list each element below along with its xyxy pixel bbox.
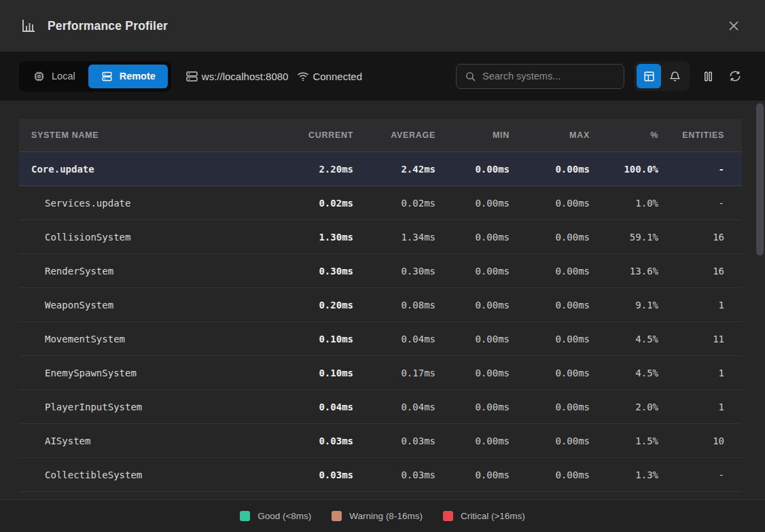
max-cell: 0.00ms [510,198,590,209]
column-header-current[interactable]: CURRENT [273,130,353,140]
table-row[interactable]: Core.update 2.20ms 2.42ms 0.00ms 0.00ms … [19,152,742,186]
table-row[interactable]: RenderSystem 0.30ms 0.30ms 0.00ms 0.00ms… [19,254,742,288]
average-cell: 0.04ms [353,402,435,412]
table-row[interactable]: PlayerInputSystem 0.04ms 0.04ms 0.00ms 0… [19,390,742,424]
system-name-cell: CollisionSystem [19,232,273,243]
local-mode-label: Local [52,71,75,82]
table-view-icon [643,70,656,83]
good-label: Good (<8ms) [257,511,311,521]
table-body: Core.update 2.20ms 2.42ms 0.00ms 0.00ms … [19,152,742,492]
websocket-url: ws://localhost:8080 [185,69,289,84]
min-cell: 0.00ms [435,198,510,209]
percent-cell: 1.3% [590,469,658,480]
min-cell: 0.00ms [435,469,510,480]
percent-cell: 13.6% [590,266,658,277]
min-cell: 0.00ms [435,232,510,243]
system-name-cell: WeaponSystem [19,300,273,311]
percent-cell: 9.1% [590,300,658,311]
table-row[interactable]: EnemySpawnSystem 0.10ms 0.17ms 0.00ms 0.… [19,356,742,390]
current-cell: 0.30ms [273,266,353,277]
good-swatch [240,511,250,521]
current-cell: 2.20ms [273,164,353,175]
entities-cell: 16 [658,266,742,277]
warning-swatch [332,511,342,521]
alerts-button[interactable] [662,64,687,88]
cpu-chip-icon [33,70,46,83]
system-name-cell: EnemySpawnSystem [19,368,273,378]
table-row[interactable]: Services.update 0.02ms 0.02ms 0.00ms 0.0… [19,186,742,220]
view-toggle-group [634,61,690,91]
column-header-average[interactable]: AVERAGE [353,130,435,140]
bell-icon [669,70,681,83]
entities-cell: - [658,469,742,480]
current-cell: 0.04ms [273,402,353,412]
average-cell: 0.03ms [353,436,435,446]
table-row[interactable]: MovementSystem 0.10ms 0.04ms 0.00ms 0.00… [19,322,742,356]
window-title: Performance Profiler [48,19,168,33]
server-icon [185,69,199,84]
system-name-cell: PlayerInputSystem [19,402,273,412]
legend-item-good: Good (<8ms) [240,511,311,521]
pause-icon [702,70,715,83]
system-name-cell: MovementSystem [19,334,273,344]
system-name-cell: Services.update [19,198,273,209]
percent-cell: 1.5% [590,436,658,446]
system-name-cell: RenderSystem [19,266,273,277]
percent-cell: 4.5% [590,368,658,378]
entities-cell: 10 [658,436,742,446]
system-name-cell: AISystem [19,436,273,446]
average-cell: 2.42ms [353,164,435,175]
current-cell: 0.03ms [273,436,353,446]
warning-label: Warning (8-16ms) [349,511,423,521]
legend-item-warning: Warning (8-16ms) [332,511,423,521]
entities-cell: - [658,198,742,209]
max-cell: 0.00ms [510,368,590,378]
vertical-scrollbar-thumb[interactable] [756,103,764,255]
search-input[interactable] [482,71,616,82]
table-row[interactable]: CollectibleSystem 0.03ms 0.03ms 0.00ms 0… [19,458,742,492]
close-button[interactable] [723,15,745,37]
average-cell: 1.34ms [353,232,435,243]
entities-cell: 1 [658,300,742,311]
max-cell: 0.00ms [510,402,590,412]
entities-cell: 16 [658,232,742,243]
table-header-row: SYSTEM NAME CURRENT AVERAGE MIN MAX % EN… [19,119,742,152]
min-cell: 0.00ms [435,436,510,446]
pause-button[interactable] [698,66,719,87]
search-box[interactable] [456,64,624,89]
table-row[interactable]: WeaponSystem 0.20ms 0.08ms 0.00ms 0.00ms… [19,288,742,322]
average-cell: 0.08ms [353,300,435,311]
refresh-button[interactable] [724,65,746,87]
wifi-icon [296,69,310,83]
table-row[interactable]: AISystem 0.03ms 0.03ms 0.00ms 0.00ms 1.5… [19,424,742,458]
table-row[interactable]: CollisionSystem 1.30ms 1.34ms 0.00ms 0.0… [19,220,742,254]
max-cell: 0.00ms [510,300,590,311]
percent-cell: 59.1% [590,232,658,243]
average-cell: 0.03ms [353,469,435,480]
max-cell: 0.00ms [510,469,590,480]
connection-status-text: Connected [313,71,362,82]
column-header-system-name[interactable]: SYSTEM NAME [19,130,273,140]
remote-mode-button[interactable]: Remote [88,65,168,88]
entities-cell: - [658,164,742,175]
column-header-max[interactable]: MAX [510,130,590,140]
current-cell: 0.10ms [273,368,353,378]
system-name-cell: CollectibleSystem [19,469,273,480]
column-header-percent[interactable]: % [590,130,658,140]
current-cell: 0.02ms [273,198,353,209]
table-view-button[interactable] [637,64,661,88]
column-header-entities[interactable]: ENTITIES [658,130,742,140]
remote-mode-label: Remote [120,71,156,82]
max-cell: 0.00ms [510,436,590,446]
entities-cell: 1 [658,402,742,412]
percent-cell: 2.0% [590,402,658,412]
column-header-min[interactable]: MIN [435,130,510,140]
max-cell: 0.00ms [510,334,590,344]
refresh-icon [728,69,742,83]
average-cell: 0.17ms [353,368,435,378]
min-cell: 0.00ms [435,164,510,175]
local-mode-button[interactable]: Local [22,65,86,88]
legend-item-critical: Critical (>16ms) [443,511,525,521]
max-cell: 0.00ms [510,164,590,175]
systems-table: SYSTEM NAME CURRENT AVERAGE MIN MAX % EN… [19,119,742,492]
